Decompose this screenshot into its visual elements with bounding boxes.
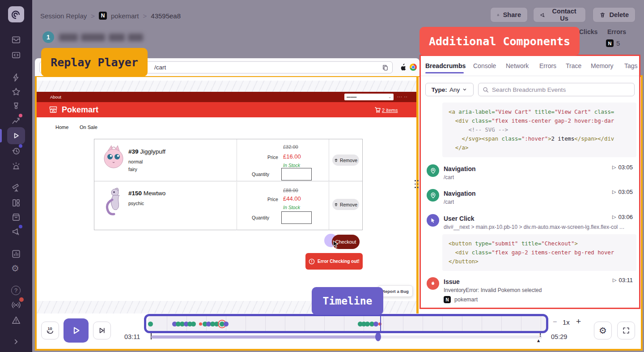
stats-icon[interactable]	[11, 249, 21, 259]
play-button[interactable]	[64, 318, 89, 343]
cart-row-jigglypuff: #39 Jigglypuff normal fairy £32.00 Price…	[94, 139, 362, 181]
issues-icon[interactable]	[11, 35, 21, 45]
type-filter-dropdown[interactable]: Type:Any	[425, 83, 474, 96]
store-nav-on-sale[interactable]: On Sale	[80, 124, 97, 130]
active-tab-underline	[425, 72, 464, 73]
panel-resize-divider[interactable]	[416, 77, 419, 313]
stock-status: In Stock	[283, 205, 300, 210]
skip-to-end-button[interactable]	[93, 322, 111, 339]
flame-icon	[427, 277, 439, 290]
errors-column-label: Errors	[607, 28, 626, 35]
chevron-down-icon	[462, 87, 467, 92]
share-button[interactable]: Share	[490, 7, 528, 22]
projects-icon[interactable]	[11, 50, 21, 60]
breadcrumb-search[interactable]	[478, 83, 635, 96]
tab-errors[interactable]: Errors	[539, 62, 556, 69]
timeline-event-dot[interactable]	[373, 322, 378, 326]
price-label: Price	[267, 197, 278, 202]
timeline-event-dot[interactable]	[148, 322, 153, 326]
breadcrumb-project[interactable]: pokemart	[111, 12, 139, 20]
delete-button[interactable]: Delete	[593, 7, 636, 22]
dashboards-icon[interactable]	[11, 198, 21, 208]
pokemon-number: #150	[128, 190, 142, 197]
timeline-event-dot[interactable]	[224, 322, 229, 326]
issue-project: pokemart	[454, 296, 478, 303]
about-link[interactable]: About	[50, 94, 61, 99]
chevron-icon: >	[143, 12, 147, 20]
discover-telescope-icon[interactable]	[11, 183, 21, 193]
tab-console[interactable]: Console	[473, 62, 496, 69]
quantity-input[interactable]	[281, 211, 312, 224]
mewtwo-image	[102, 186, 126, 219]
search-input[interactable]	[492, 86, 630, 93]
current-time: 03:11	[124, 333, 140, 340]
pokemon-number: #39	[128, 148, 139, 155]
broadcast-notification-dot	[19, 297, 24, 302]
masked-select[interactable]: ••••••••⌄	[344, 94, 394, 100]
clicks-column-label: Clicks	[579, 28, 597, 35]
speed-value[interactable]: 1x	[563, 318, 570, 326]
svg-text:10: 10	[48, 326, 52, 331]
trash-icon	[334, 158, 338, 163]
store-nav-home[interactable]: Home	[55, 124, 68, 130]
cart-row-mewtwo: #150 Mewtwo psychic £88.00 Price £44.00 …	[94, 182, 362, 230]
releases-archive-icon[interactable]	[11, 212, 21, 222]
cart-count-link[interactable]: 2 items	[382, 107, 398, 113]
spotlight-icon[interactable]	[11, 101, 21, 111]
history-notification-dot	[19, 144, 22, 148]
speed-decrease-button[interactable]: −	[553, 318, 557, 326]
jump-to-time-icon: ▷	[612, 214, 616, 220]
alerts-siren-icon[interactable]	[11, 161, 21, 171]
service-status-warning-icon[interactable]	[11, 315, 21, 325]
scrubber-track[interactable]	[151, 335, 542, 339]
help-icon[interactable]: ?	[11, 286, 21, 295]
remove-button[interactable]: Remove	[332, 155, 359, 166]
store-top-nav: About ••••••••⌄ ··· ··	[37, 92, 416, 102]
pokemon-name: Jigglypuff	[140, 148, 165, 155]
drag-handle-icon[interactable]	[415, 180, 419, 188]
tab-breadcrumbs[interactable]: Breadcrumbs	[425, 62, 466, 69]
sidebar-collapse-chevron-icon[interactable]	[11, 337, 21, 347]
alert-circle-icon	[309, 258, 315, 265]
mouse-cursor-icon	[332, 240, 339, 249]
timeline-track[interactable]	[148, 316, 548, 332]
copy-url-icon[interactable]	[381, 64, 389, 72]
sidebar: ⚙ ?	[0, 0, 32, 352]
remove-button[interactable]: Remove	[332, 199, 359, 210]
replays-play-icon[interactable]	[11, 131, 21, 141]
tab-memory[interactable]: Memory	[591, 62, 614, 69]
replay-settings-button[interactable]: ⚙	[594, 322, 612, 339]
rewind-10s-button[interactable]: 10	[41, 322, 59, 339]
contact-us-button[interactable]: Contact Us	[533, 7, 586, 22]
timeline-event-dot[interactable]	[191, 322, 196, 326]
end-marker: !	[539, 331, 541, 338]
stock-status: In Stock	[283, 163, 300, 168]
scrubber-handle[interactable]	[375, 332, 381, 341]
fullscreen-button[interactable]	[617, 322, 635, 339]
breadcrumb-session-replay[interactable]: Session Replay	[40, 12, 87, 20]
tab-tags[interactable]: Tags	[624, 62, 638, 69]
starred-icon[interactable]	[11, 87, 21, 97]
speed-increase-button[interactable]: +	[576, 317, 581, 326]
masked-user-name	[128, 34, 143, 41]
timeline-event-dot[interactable]	[199, 322, 202, 326]
play-icon	[70, 325, 82, 336]
tab-network[interactable]: Network	[506, 62, 529, 69]
broadcast-icon[interactable]	[11, 300, 21, 310]
trash-icon	[334, 202, 338, 207]
pokemon-type: fairy	[128, 167, 137, 172]
store-name: Pokemart	[62, 105, 98, 115]
annotation-replay-player: Replay Player	[41, 48, 148, 77]
nextjs-icon: N	[606, 39, 614, 47]
pokemon-type: normal	[128, 159, 143, 164]
replay-player-screen[interactable]: About ••••••••⌄ ··· ·· Pokemart 2 items …	[37, 77, 416, 313]
settings-gear-icon[interactable]: ⚙	[11, 263, 19, 274]
megaphone-icon	[540, 12, 546, 18]
price-label: Price	[267, 155, 278, 160]
quantity-input[interactable]	[281, 168, 312, 180]
breadcrumb-code-snippet: <a aria-label="View Cart" title="View Ca…	[442, 103, 636, 157]
tab-trace[interactable]: Trace	[566, 62, 581, 69]
performance-lightning-icon[interactable]	[11, 73, 21, 82]
sentry-logo-icon[interactable]	[8, 6, 24, 22]
timeline-current-position	[380, 316, 381, 332]
